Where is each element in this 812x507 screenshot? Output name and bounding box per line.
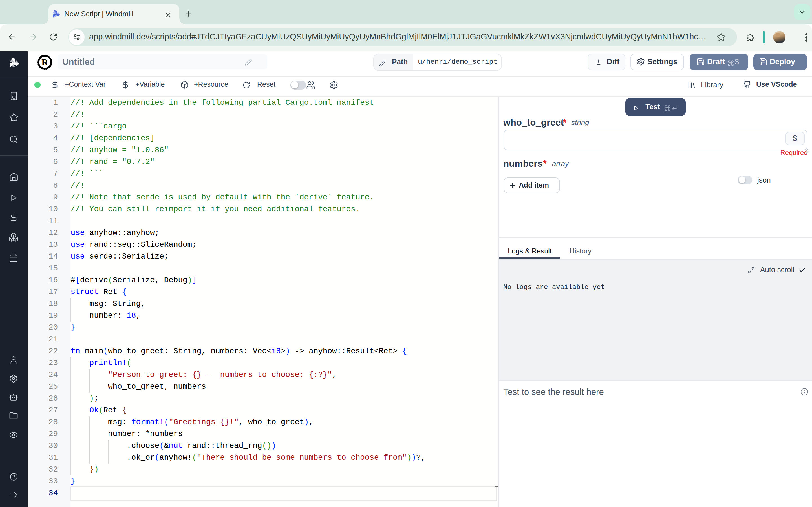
svg-text:R: R bbox=[42, 57, 48, 67]
